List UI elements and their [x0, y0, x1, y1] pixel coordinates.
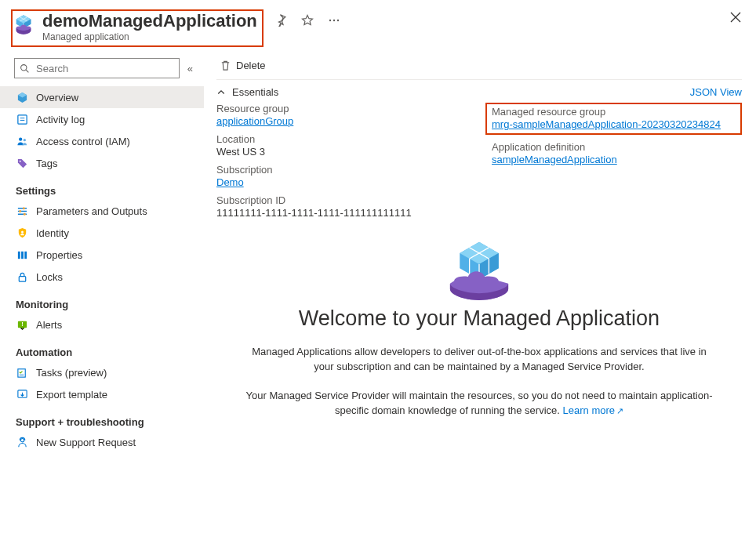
search-input[interactable] [35, 62, 174, 75]
welcome-title: Welcome to your Managed Application [232, 306, 726, 331]
nav-access-control[interactable]: Access control (IAM) [0, 130, 204, 152]
essentials-panel: Resource group applicationGroup Location… [216, 101, 742, 227]
svg-point-18 [19, 160, 20, 161]
nav-group-automation: Automation [0, 335, 204, 361]
managed-app-icon [13, 14, 35, 36]
nav-parameters-outputs[interactable]: Parameters and Outputs [0, 200, 204, 222]
more-icon[interactable] [328, 14, 340, 27]
welcome-section: Welcome to your Managed Application Mana… [216, 227, 742, 432]
tag-icon [16, 157, 28, 169]
activity-log-icon [16, 113, 28, 125]
svg-point-7 [333, 20, 335, 21]
iam-icon [16, 135, 28, 147]
nav-label: Alerts [36, 319, 62, 331]
nav-label: Parameters and Outputs [36, 205, 147, 217]
field-label-managed-resource-group: Managed resource group [492, 106, 736, 118]
subscription-id-value: 11111111-1111-1111-1111-111111111111 [216, 207, 473, 219]
nav-label: Tasks (preview) [36, 367, 107, 379]
pin-icon[interactable] [274, 14, 287, 27]
close-icon[interactable] [729, 11, 742, 24]
field-label-app-definition: Application definition [492, 141, 742, 153]
svg-point-17 [23, 138, 25, 140]
page-subtitle: Managed application [42, 31, 257, 42]
star-icon[interactable] [301, 14, 314, 27]
sidebar: « Overview Activity log Access control (… [0, 53, 204, 453]
application-definition-link[interactable]: sampleManagedApplication [492, 154, 742, 165]
nav-label: Access control (IAM) [36, 136, 130, 147]
nav-activity-log[interactable]: Activity log [0, 108, 204, 130]
properties-icon [16, 248, 28, 261]
svg-line-10 [26, 70, 28, 72]
managed-resource-group-highlight: Managed resource group mrg-sampleManaged… [485, 103, 742, 135]
learn-more-link[interactable]: Learn more↗ [563, 404, 623, 416]
welcome-p2-text: Your Managed Service Provider will maint… [246, 390, 713, 416]
svg-point-16 [19, 137, 22, 140]
nav-properties[interactable]: Properties [0, 244, 204, 266]
main-content: Delete Essentials JSON View Resource gro… [204, 53, 756, 453]
svg-rect-29 [19, 276, 25, 281]
field-label-resource-group: Resource group [216, 103, 473, 114]
nav-label: Export template [36, 389, 107, 401]
svg-point-9 [21, 64, 27, 70]
cube-icon [16, 91, 28, 103]
svg-point-20 [22, 207, 24, 209]
identity-icon [16, 227, 28, 239]
nav-group-support: Support + troubleshooting [0, 405, 204, 431]
resource-group-link[interactable]: applicationGroup [216, 115, 473, 127]
essentials-label: Essentials [232, 86, 278, 98]
lock-icon [16, 270, 28, 283]
nav-tasks[interactable]: Tasks (preview) [0, 361, 204, 383]
nav-export-template[interactable]: Export template [0, 383, 204, 405]
search-box[interactable] [14, 58, 180, 78]
trash-icon [220, 60, 231, 71]
svg-point-6 [329, 20, 331, 21]
nav-alerts[interactable]: ! Alerts [0, 314, 204, 335]
svg-rect-26 [17, 251, 20, 258]
delete-label: Delete [236, 60, 266, 71]
nav-label: Activity log [36, 114, 85, 125]
svg-point-8 [337, 20, 339, 21]
nav-new-support-request[interactable]: New Support Request [0, 431, 204, 453]
export-template-icon [16, 388, 28, 401]
learn-more-label: Learn more [563, 404, 615, 416]
support-icon [16, 436, 28, 448]
svg-rect-27 [21, 251, 24, 258]
location-value: West US 3 [216, 146, 473, 158]
nav-overview[interactable]: Overview [0, 86, 204, 108]
nav-tags[interactable]: Tags [0, 152, 204, 174]
search-icon [20, 63, 30, 74]
parameters-icon [16, 205, 28, 217]
nav-group-monitoring: Monitoring [0, 288, 204, 314]
chevron-up-icon [216, 88, 226, 97]
delete-button[interactable]: Delete [216, 58, 269, 73]
json-view-link[interactable]: JSON View [690, 86, 742, 98]
field-label-location: Location [216, 133, 473, 145]
nav-label: Overview [36, 92, 78, 103]
subscription-link[interactable]: Demo [216, 176, 473, 188]
welcome-paragraph-1: Managed Applications allow developers to… [244, 345, 714, 375]
svg-point-24 [23, 212, 25, 215]
essentials-toggle[interactable]: Essentials [216, 86, 278, 98]
nav-label: Properties [36, 249, 82, 261]
tasks-icon [16, 366, 28, 379]
nav-identity[interactable]: Identity [0, 222, 204, 244]
external-link-icon: ↗ [616, 406, 623, 415]
svg-point-25 [21, 230, 24, 233]
svg-text:!: ! [21, 321, 24, 328]
blade-header: demoManagedApplication Managed applicati… [0, 0, 756, 53]
nav-label: Locks [36, 271, 63, 283]
nav-locks[interactable]: Locks [0, 266, 204, 288]
svg-point-36 [20, 438, 24, 441]
managed-resource-group-link[interactable]: mrg-sampleManagedApplication-20230320234… [492, 118, 736, 130]
nav-label: Identity [36, 227, 69, 239]
title-highlight: demoManagedApplication Managed applicati… [11, 9, 264, 47]
collapse-sidebar-icon[interactable]: « [187, 63, 193, 74]
field-label-subscription: Subscription [216, 164, 473, 176]
page-title: demoManagedApplication [42, 11, 257, 31]
svg-rect-13 [17, 114, 26, 123]
nav-label: Tags [36, 158, 57, 169]
field-label-subscription-id: Subscription ID [216, 194, 473, 206]
nav-label: New Support Request [36, 437, 136, 448]
svg-point-22 [19, 210, 21, 212]
nav-group-settings: Settings [0, 174, 204, 200]
